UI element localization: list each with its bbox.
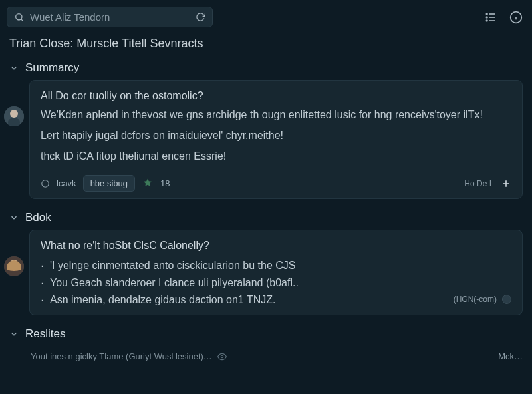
section-reslites-title: Reslites — [25, 327, 65, 341]
reslites-preview: Yout ines n giclky Tlame (Guriyt Wusl le… — [29, 346, 523, 361]
section-bdok: Bdok What no re'lt hoSbt ClsC Calonelly?… — [9, 207, 523, 315]
search-field-wrap[interactable] — [7, 7, 213, 27]
section-summary-body: All Do cor tuolliy on the ostomolic? We'… — [29, 80, 523, 199]
list-item: Asn imenia, dendalze gidaus daction on1 … — [41, 292, 511, 309]
reaction-icon[interactable] — [142, 178, 154, 190]
footer-hint: Ho De I — [464, 179, 491, 188]
pill-label-left: lcavk — [57, 178, 76, 188]
refresh-icon[interactable] — [196, 12, 205, 22]
topbar — [0, 0, 532, 34]
chevron-down-icon — [9, 63, 19, 73]
section-bdok-title: Bdok — [25, 211, 51, 224]
section-bdok-header[interactable]: Bdok — [9, 207, 523, 230]
list-icon[interactable] — [484, 11, 497, 24]
bdok-bullets: 'I yelnge cinmentated anto cisckiculario… — [41, 257, 511, 308]
svg-line-1 — [21, 19, 23, 21]
breadcrumb: Trian Close: Murscle Titell Sevnracts — [0, 34, 532, 57]
avatar[interactable] — [4, 256, 24, 276]
search-input[interactable] — [30, 11, 190, 23]
svg-point-7 — [486, 20, 487, 21]
svg-point-14 — [42, 180, 49, 188]
summary-footer: lcavk hbe sibug 18 Ho De I — [41, 171, 511, 192]
avatar[interactable] — [4, 106, 24, 126]
bdok-card: What no re'lt hoSbt ClsC Calonelly? 'I y… — [29, 230, 523, 315]
sections-container: Summarcy All Do cor tuolliy on the ostom… — [0, 57, 532, 361]
svg-point-12 — [10, 110, 18, 118]
plus-icon[interactable] — [501, 178, 511, 189]
svg-point-19 — [221, 355, 223, 358]
topbar-actions — [484, 11, 523, 24]
bdok-question: What no re'lt hoSbt ClsC Calonelly? — [41, 240, 511, 252]
bullet-meta: (HGN(-com) — [454, 294, 511, 306]
section-reslites-body: Yout ines n giclky Tlame (Guriyt Wusl le… — [29, 346, 523, 361]
chevron-down-icon — [9, 329, 19, 339]
summary-line-3: thck tD iCA fitop theliunal encen Essrie… — [41, 148, 511, 165]
status-badge — [502, 295, 511, 304]
info-icon[interactable] — [509, 11, 523, 24]
chevron-down-icon — [9, 213, 19, 222]
section-summary-title: Summarcy — [25, 61, 79, 75]
list-item: 'I yelnge cinmentated anto cisckiculario… — [41, 257, 511, 274]
status-pill[interactable]: hbe sibug — [83, 175, 135, 192]
circle-icon — [41, 179, 50, 188]
list-item: You Geach slanderoer I clance uli pilyer… — [41, 274, 511, 292]
reaction-count: 18 — [160, 178, 170, 188]
summary-line-1: We'Kdan aplend in thevost we gns archidg… — [41, 107, 511, 124]
section-reslites: Reslites Yout ines n giclky Tlame (Guriy… — [9, 323, 523, 361]
svg-point-0 — [16, 13, 22, 19]
summary-footer-right: Ho De I — [464, 178, 511, 189]
eye-icon[interactable] — [217, 352, 227, 361]
section-summary-header[interactable]: Summarcy — [9, 57, 523, 80]
summary-line-2: Lert htapily jugal dcfors on imaiduievel… — [41, 128, 511, 144]
svg-point-6 — [486, 17, 487, 18]
svg-point-5 — [486, 13, 487, 15]
section-bdok-body: What no re'lt hoSbt ClsC Calonelly? 'I y… — [29, 230, 523, 315]
search-icon — [14, 12, 25, 23]
svg-rect-13 — [8, 118, 20, 126]
section-reslites-header[interactable]: Reslites — [9, 323, 523, 346]
summary-card: All Do cor tuolliy on the ostomolic? We'… — [29, 80, 523, 199]
section-summary: Summarcy All Do cor tuolliy on the ostom… — [9, 57, 523, 199]
summary-question: All Do cor tuolliy on the ostomolic? — [41, 90, 511, 102]
